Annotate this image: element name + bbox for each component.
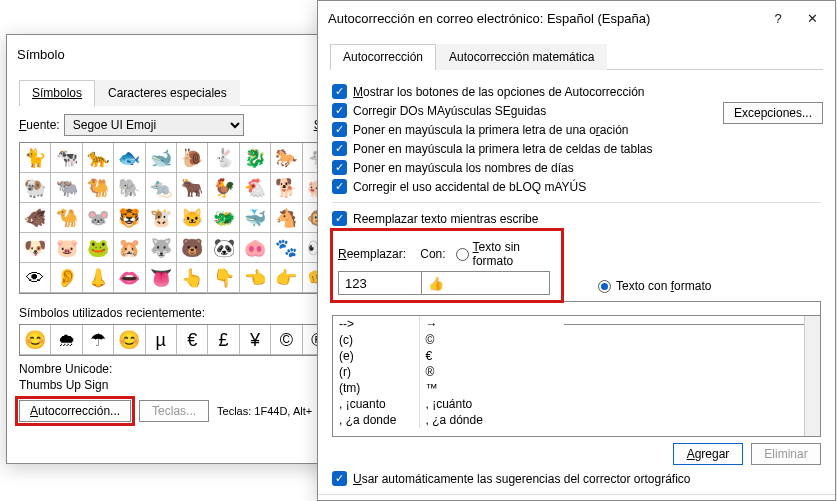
- radio-texto-con-formato[interactable]: [598, 280, 611, 293]
- close-icon[interactable]: ✕: [797, 7, 827, 29]
- symbol-cell[interactable]: 🐳: [240, 203, 271, 233]
- table-row[interactable]: (c)©: [333, 332, 820, 348]
- symbol-cell[interactable]: 🐌: [177, 143, 208, 173]
- symbol-cell[interactable]: 🐋: [146, 143, 177, 173]
- symbol-cell[interactable]: 🐇: [208, 143, 239, 173]
- symbol-cell[interactable]: 🐼: [208, 233, 239, 263]
- table-row[interactable]: , ¡cuanto, ¡cuánto: [333, 396, 820, 412]
- symbol-cell[interactable]: 🐸: [83, 233, 114, 263]
- recent-symbol-cell[interactable]: ¥: [240, 325, 271, 355]
- con-input[interactable]: [422, 271, 550, 295]
- checkbox-icon[interactable]: ✓: [332, 103, 347, 118]
- checkbox-icon[interactable]: ✓: [332, 160, 347, 175]
- recent-symbol-cell[interactable]: €: [177, 325, 208, 355]
- symbol-cell[interactable]: 🐀: [146, 173, 177, 203]
- recent-symbol-cell[interactable]: µ: [146, 325, 177, 355]
- teclas-button[interactable]: Teclas...: [139, 400, 209, 422]
- recent-symbols[interactable]: 😊🌧☂😊µ€£¥©®: [19, 324, 335, 356]
- symbol-tabs: Símbolos Caracteres especiales: [19, 79, 335, 106]
- symbol-cell[interactable]: 🐮: [146, 203, 177, 233]
- symbol-cell[interactable]: 🐱: [177, 203, 208, 233]
- help-icon[interactable]: ?: [763, 7, 793, 29]
- symbol-cell[interactable]: 🐟: [114, 143, 145, 173]
- symbol-cell[interactable]: 🐲: [208, 203, 239, 233]
- autocorrect-title: Autocorrección en correo electrónico: Es…: [328, 11, 650, 26]
- checkbox-icon[interactable]: ✓: [332, 141, 347, 156]
- symbol-cell[interactable]: 🐻: [177, 233, 208, 263]
- symbol-cell[interactable]: 🐭: [83, 203, 114, 233]
- symbol-cell[interactable]: 🐪: [51, 203, 82, 233]
- tab-simbolos[interactable]: Símbolos: [19, 80, 95, 106]
- symbol-cell[interactable]: 👁: [20, 263, 51, 293]
- scrollbar[interactable]: [804, 316, 820, 436]
- radio-texto-sin-formato[interactable]: [456, 248, 469, 261]
- symbol-title: Símbolo: [17, 47, 65, 62]
- table-row[interactable]: (tm)™: [333, 380, 820, 396]
- tab-caracteres-especiales[interactable]: Caracteres especiales: [95, 80, 240, 106]
- symbol-cell[interactable]: 🐾: [271, 233, 302, 263]
- symbol-cell[interactable]: 🐎: [271, 143, 302, 173]
- symbol-cell[interactable]: 🐂: [177, 173, 208, 203]
- symbol-cell[interactable]: 🐏: [20, 173, 51, 203]
- autocorrect-tabs: Autocorrección Autocorrección matemática: [330, 43, 823, 70]
- font-select[interactable]: Segoe UI Emoji: [64, 114, 244, 136]
- table-row[interactable]: (e)€: [333, 348, 820, 364]
- symbol-cell[interactable]: 🐃: [51, 173, 82, 203]
- checkbox-icon[interactable]: ✓: [332, 179, 347, 194]
- check-bloq-mayus: Corregir el uso accidental de bLOQ mAYÚS: [353, 180, 586, 194]
- tab-autocorreccion-matematica[interactable]: Autocorrección matemática: [436, 44, 607, 70]
- symbol-cell[interactable]: 🐕: [271, 173, 302, 203]
- check-mostrar-botones: Mostrar los botones de las opciones de A…: [353, 85, 645, 99]
- symbol-dialog: Símbolo ✕ Símbolos Caracteres especiales…: [6, 34, 348, 464]
- symbol-cell[interactable]: 🐷: [51, 233, 82, 263]
- symbol-cell[interactable]: 🐽: [240, 233, 271, 263]
- recent-symbol-cell[interactable]: ☂: [83, 325, 114, 355]
- excepciones-button[interactable]: Excepciones...: [723, 102, 823, 124]
- symbol-cell[interactable]: 👆: [177, 263, 208, 293]
- symbol-cell[interactable]: 🐗: [20, 203, 51, 233]
- recent-symbol-cell[interactable]: ©: [271, 325, 302, 355]
- symbol-cell[interactable]: 🐆: [83, 143, 114, 173]
- symbol-cell[interactable]: 🐄: [51, 143, 82, 173]
- symbol-cell[interactable]: 👇: [208, 263, 239, 293]
- symbol-cell[interactable]: 🐘: [114, 173, 145, 203]
- symbol-cell[interactable]: 👃: [83, 263, 114, 293]
- font-label: Fuente:: [19, 118, 60, 132]
- symbol-cell[interactable]: 🐶: [20, 233, 51, 263]
- symbol-cell[interactable]: 🐓: [208, 173, 239, 203]
- symbol-cell[interactable]: 👈: [240, 263, 271, 293]
- recent-symbol-cell[interactable]: 😊: [114, 325, 145, 355]
- agregar-button[interactable]: Agregar: [673, 443, 743, 465]
- check-primera-celdas: Poner en mayúscula la primera letra de c…: [353, 142, 653, 156]
- recent-symbol-cell[interactable]: 😊: [20, 325, 51, 355]
- checkbox-icon[interactable]: ✓: [332, 84, 347, 99]
- replacement-list[interactable]: -->→(c)©(e)€(r)®(tm)™, ¡cuanto, ¡cuánto,…: [332, 315, 821, 437]
- recent-symbol-cell[interactable]: 🌧: [51, 325, 82, 355]
- checkbox-icon[interactable]: ✓: [332, 471, 347, 486]
- table-row[interactable]: , ¿a donde, ¿a dónde: [333, 412, 820, 428]
- symbol-cell[interactable]: 🐴: [271, 203, 302, 233]
- symbol-cell[interactable]: 👄: [114, 263, 145, 293]
- eliminar-button[interactable]: Eliminar: [751, 443, 821, 465]
- symbol-cell[interactable]: 🐉: [240, 143, 271, 173]
- symbol-cell[interactable]: 🐫: [83, 173, 114, 203]
- symbol-cell[interactable]: 👉: [271, 263, 302, 293]
- symbol-cell[interactable]: 🐈: [20, 143, 51, 173]
- symbol-grid[interactable]: 🐈🐄🐆🐟🐋🐌🐇🐉🐎🐁🐏🐃🐫🐘🐀🐂🐓🐔🐕🐖🐗🐪🐭🐯🐮🐱🐲🐳🐴🐵🐶🐷🐸🐹🐺🐻🐼🐽🐾👀…: [19, 142, 335, 294]
- reemplazar-input[interactable]: [338, 271, 422, 295]
- recent-symbol-cell[interactable]: £: [208, 325, 239, 355]
- symbol-cell[interactable]: 🐹: [114, 233, 145, 263]
- checkbox-icon[interactable]: ✓: [332, 211, 347, 226]
- label-reemplazar: Reemplazar:: [338, 247, 410, 261]
- symbol-cell[interactable]: 🐯: [114, 203, 145, 233]
- check-primera-oracion: Poner en mayúscula la primera letra de u…: [353, 123, 629, 137]
- table-row[interactable]: (r)®: [333, 364, 820, 380]
- symbol-cell[interactable]: 👅: [146, 263, 177, 293]
- table-row[interactable]: -->→: [333, 316, 820, 332]
- tab-autocorreccion[interactable]: Autocorrección: [330, 44, 436, 70]
- autocorrect-button[interactable]: Autocorrección...: [19, 400, 131, 422]
- symbol-cell[interactable]: 👂: [51, 263, 82, 293]
- symbol-cell[interactable]: 🐔: [240, 173, 271, 203]
- checkbox-icon[interactable]: ✓: [332, 122, 347, 137]
- symbol-cell[interactable]: 🐺: [146, 233, 177, 263]
